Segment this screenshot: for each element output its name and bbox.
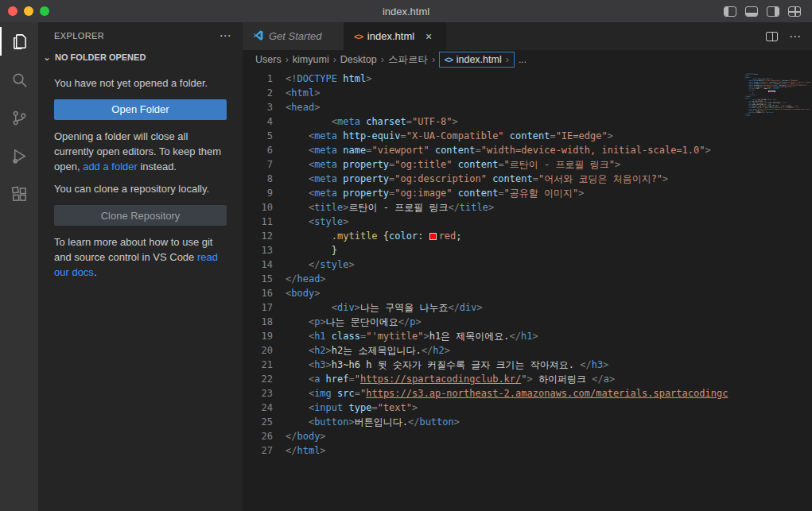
breadcrumb-separator: ›	[333, 54, 336, 65]
sidebar-title: EXPLORER	[54, 31, 104, 41]
code-line[interactable]: 2<html>	[243, 86, 812, 100]
color-swatch[interactable]	[768, 91, 775, 92]
code-line[interactable]: 15</head>	[243, 272, 812, 286]
activity-source-control-button[interactable]	[0, 99, 38, 137]
line-number: 11	[243, 215, 286, 229]
breadcrumb-current-label: index.html	[457, 54, 502, 65]
tab-label: index.html	[367, 30, 414, 42]
toggle-primary-sidebar-icon[interactable]	[724, 6, 736, 17]
titlebar: index.html	[0, 0, 812, 22]
activity-extensions-button[interactable]	[0, 175, 38, 213]
code-line[interactable]: 19 <h1 class="'mytitle">h1은 제목이에요.</h1>	[243, 329, 812, 343]
line-content: <style>	[286, 215, 349, 229]
add-folder-link[interactable]: add a folder	[83, 161, 138, 172]
code-line[interactable]: 3<head>	[243, 100, 812, 114]
color-swatch[interactable]	[429, 233, 437, 240]
line-content: <input type="text">	[286, 401, 418, 415]
zoom-window-button[interactable]	[40, 6, 49, 16]
files-icon	[10, 33, 29, 51]
more-actions-icon[interactable]: ⋯	[789, 29, 801, 44]
close-tab-icon[interactable]: ×	[425, 30, 432, 43]
breadcrumb-item-desktop[interactable]: Desktop	[340, 54, 377, 65]
code-line[interactable]: 24 <input type="text">	[243, 401, 812, 415]
code-line[interactable]: 20 <h2>h2는 소제목입니다.</h2>	[243, 343, 812, 358]
git-note-suffix: .	[94, 266, 97, 278]
breadcrumb-item-sparta[interactable]: 스파르타	[388, 53, 428, 67]
minimize-window-button[interactable]	[24, 6, 33, 16]
breadcrumb-current-file[interactable]: <> index.html ›	[439, 52, 515, 68]
code-line[interactable]: 10 <title>르탄이 - 프로필 링크</title>	[243, 200, 812, 215]
customize-layout-icon[interactable]	[788, 6, 801, 17]
code-line[interactable]: 6 <meta name="viewport" content="width=d…	[243, 143, 812, 157]
code-line[interactable]: 8 <meta property="og:description" conten…	[243, 172, 812, 186]
code-line[interactable]: 5 <meta http-equiv="X-UA-Compatible" con…	[243, 129, 812, 143]
breadcrumb: Users › kimyumi › Desktop › 스파르타 › <> in…	[243, 50, 812, 69]
tab-bar: Get Started <> index.html × ⋯	[243, 22, 812, 50]
line-number: 4	[243, 114, 286, 129]
code-line[interactable]: 25 <button>버튼입니다.</button>	[243, 415, 812, 429]
breadcrumb-separator: ›	[286, 54, 289, 65]
window-controls	[8, 6, 49, 16]
tab-get-started[interactable]: Get Started	[243, 22, 344, 50]
open-folder-button[interactable]: Open Folder	[54, 99, 227, 120]
line-content: </style>	[286, 257, 355, 272]
line-number: 17	[243, 300, 286, 315]
explorer-sidebar: EXPLORER ⋯ ⌄ NO FOLDER OPENED You have n…	[38, 22, 243, 511]
code-line[interactable]: 17 <div>나는 구역을 나누죠</div>	[243, 300, 812, 315]
clone-repository-button[interactable]: Clone Repository	[54, 205, 227, 226]
code-line[interactable]: 27</html>	[243, 443, 812, 458]
toggle-panel-icon[interactable]	[745, 6, 758, 17]
activity-search-button[interactable]	[0, 60, 38, 99]
tab-index-html[interactable]: <> index.html ×	[344, 22, 446, 50]
line-number: 24	[243, 401, 286, 415]
code-line[interactable]: 9 <meta property="og:image" content="공유할…	[243, 186, 812, 200]
code-line[interactable]: 21 <h3>h3~h6 h 뒷 숫자가 커질수록 글자 크기는 작아져요. <…	[243, 358, 812, 372]
code-line[interactable]: 13 }	[243, 243, 812, 257]
code-line[interactable]: 1<!DOCTYPE html>	[243, 72, 812, 86]
line-content: </html>	[744, 114, 751, 116]
toggle-secondary-sidebar-icon[interactable]	[767, 6, 779, 17]
line-number: 16	[243, 286, 286, 300]
code-line[interactable]: 7 <meta property="og:title" content="르탄이…	[243, 157, 812, 172]
line-number: 9	[243, 186, 286, 200]
tab-label: Get Started	[269, 30, 321, 42]
more-actions-icon[interactable]: ⋯	[220, 29, 231, 43]
extensions-icon	[10, 185, 29, 203]
code-line[interactable]: 26</body>	[243, 429, 812, 443]
code-line[interactable]: 14 </style>	[243, 257, 812, 272]
line-content: <meta charset="UTF-8">	[286, 114, 458, 129]
search-icon	[10, 71, 29, 89]
window-title: index.html	[0, 6, 812, 17]
code-line[interactable]: 11 <style>	[243, 215, 812, 229]
section-title: NO FOLDER OPENED	[55, 52, 146, 62]
breadcrumb-item-kimyumi[interactable]: kimyumi	[293, 54, 329, 65]
code-line[interactable]: 16<body>	[243, 286, 812, 300]
line-number: 3	[243, 100, 286, 114]
close-window-button[interactable]	[8, 6, 17, 16]
line-number: 2	[243, 86, 286, 100]
git-note: To learn more about how to use git and s…	[54, 235, 227, 281]
code-line[interactable]: 12 .mytitle {color: red;	[243, 229, 812, 243]
no-folder-section-header[interactable]: ⌄ NO FOLDER OPENED	[38, 49, 243, 65]
breadcrumb-item-users[interactable]: Users	[255, 54, 282, 65]
split-editor-icon[interactable]	[766, 32, 778, 41]
code-editor[interactable]: 1<!DOCTYPE html>2<html>3<head>4 <meta ch…	[243, 69, 812, 511]
sidebar-body: You have not yet opened a folder. Open F…	[38, 65, 243, 288]
activity-run-debug-button[interactable]	[0, 137, 38, 175]
code-line[interactable]: 22 <a href="https://spartacodingclub.kr/…	[243, 372, 812, 386]
activity-explorer-button[interactable]	[0, 22, 38, 60]
line-number: 27	[243, 443, 286, 458]
line-number: 5	[243, 129, 286, 143]
code-line[interactable]: 23 <img src="https://s3.ap-northeast-2.a…	[243, 386, 812, 401]
open-folder-note: Opening a folder will close all currentl…	[54, 130, 227, 175]
line-content: }	[286, 243, 337, 257]
minimap[interactable]: <!DOCTYPE html><html><head> <meta charse…	[739, 69, 812, 511]
line-content: <meta http-equiv="X-UA-Compatible" conte…	[286, 129, 613, 143]
code-line[interactable]: 18 <p>나는 문단이에요</p>	[243, 315, 812, 329]
line-number: 15	[243, 272, 286, 286]
line-content: <head>	[286, 100, 320, 114]
html-file-icon: <>	[354, 32, 363, 41]
code-line[interactable]: 4 <meta charset="UTF-8">	[243, 114, 812, 129]
line-content: <div>나는 구역을 나누죠</div>	[286, 300, 483, 315]
source-control-icon	[10, 109, 29, 127]
